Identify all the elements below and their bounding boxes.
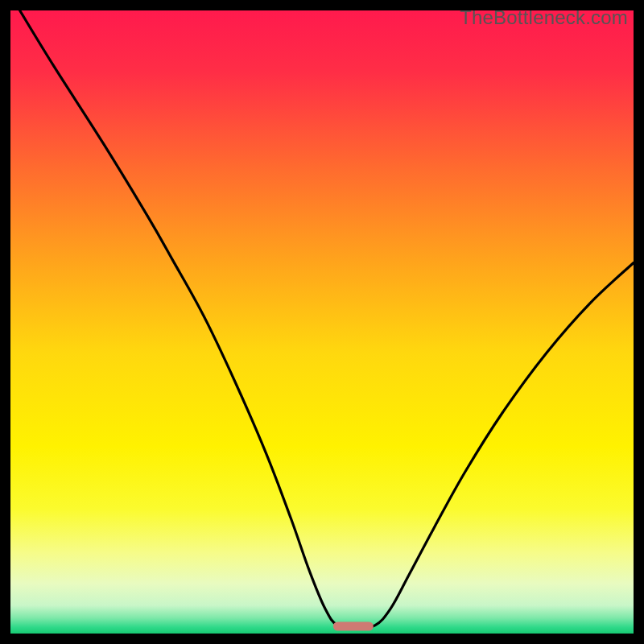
- minimum-marker: [333, 622, 374, 631]
- bottleneck-curve: [10, 10, 634, 634]
- chart-stage: TheBottleneck.com: [0, 0, 644, 644]
- plot-area: [10, 10, 634, 634]
- watermark-text: TheBottleneck.com: [460, 6, 628, 29]
